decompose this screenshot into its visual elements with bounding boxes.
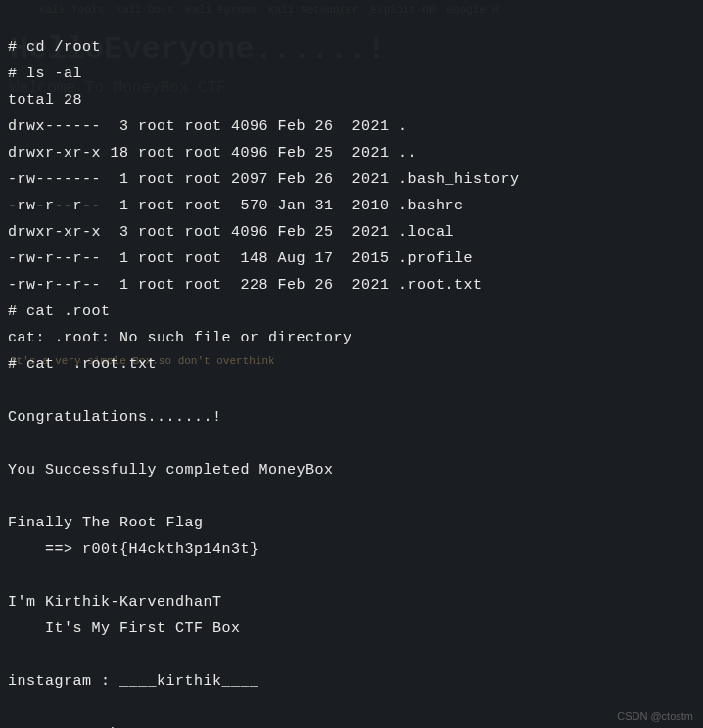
watermark: CSDN @ctostm (617, 710, 693, 722)
term-line: I'm Kirthik-KarvendhanT (8, 594, 222, 611)
term-line: instagram : ____kirthik____ (8, 673, 259, 690)
term-line: -rw-r--r-- 1 root root 228 Feb 26 2021 .… (8, 277, 483, 294)
term-line: drwxr-xr-x 18 root root 4096 Feb 25 2021… (8, 145, 417, 161)
term-line: Congratulations.......! (8, 409, 222, 426)
term-line: drwx------ 3 root root 4096 Feb 26 2021 … (8, 118, 408, 135)
term-line: -rw------- 1 root root 2097 Feb 26 2021 … (8, 171, 520, 188)
term-line: ==> r00t{H4ckth3p14n3t} (8, 541, 259, 558)
term-line: total 28 (8, 92, 82, 109)
term-line: # cd /root (8, 39, 101, 56)
terminal-output[interactable]: # cd /root # ls -al total 28 drwx------ … (0, 0, 703, 728)
term-line: # ls -al (8, 66, 82, 82)
term-line: cat: .root: No such file or directory (8, 330, 352, 346)
term-line: -rw-r--r-- 1 root root 148 Aug 17 2015 .… (8, 250, 473, 267)
term-line: # cat .root (8, 303, 111, 320)
term-line: # cat .root.txt (8, 356, 157, 373)
term-line: It's My First CTF Box (8, 620, 241, 637)
term-line: Finally The Root Flag (8, 515, 204, 531)
term-line: -rw-r--r-- 1 root root 570 Jan 31 2010 .… (8, 198, 464, 214)
term-line: drwxr-xr-x 3 root root 4096 Feb 25 2021 … (8, 224, 454, 241)
term-line: You Successfully completed MoneyBox (8, 462, 334, 478)
